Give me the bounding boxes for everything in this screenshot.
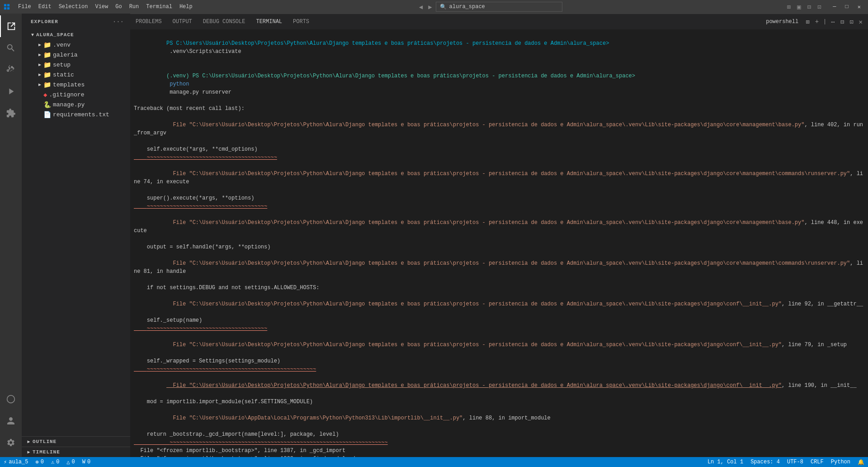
branch-icon: ⚡	[4, 459, 7, 466]
statusbar-left: ⚡ aula_5 ⊗ 0 ⚠ 0 △ 0 W 0	[0, 457, 94, 467]
menu-edit[interactable]: Edit	[36, 3, 54, 11]
nav-forward[interactable]: ▶	[426, 2, 434, 12]
titlebar: File Edit Selection View Go Run Terminal…	[0, 0, 868, 14]
sidebar-title: EXPLORER	[31, 19, 58, 24]
terminal-line-10: File "C:\Users\Usuário\Desktop\Projetos\…	[134, 210, 864, 243]
file-tree: ▼ ALURA_SPACE ▶ 📁 .venv ▶ 📁 galeria ▶	[22, 28, 130, 436]
terminal-line-5: self.execute(*args, **cmd_options)	[134, 145, 864, 153]
tree-requirements-txt[interactable]: 📄 requirements.txt	[22, 110, 130, 119]
folder-icon-venv: 📁	[43, 41, 51, 49]
terminal-line-3: Traceback (most recent call last):	[134, 105, 864, 113]
file-icon-requirements-txt: 📄	[43, 111, 51, 119]
tab-terminal[interactable]: TERMINAL	[250, 14, 288, 30]
terminal-panel: PROBLEMS OUTPUT DEBUG CONSOLE TERMINAL P…	[130, 14, 868, 457]
activity-settings[interactable]	[0, 432, 22, 453]
folder-icon-static: 📁	[43, 71, 51, 79]
search-box[interactable]: 🔍 alura_space	[436, 2, 562, 12]
terminal-more-btn[interactable]: ⋯	[829, 17, 836, 27]
menu-view[interactable]: View	[92, 3, 111, 11]
statusbar-branch[interactable]: ⚡ aula_5	[0, 457, 32, 467]
statusbar-spaces[interactable]: Spaces: 4	[747, 457, 783, 467]
tab-ports[interactable]: PORTS	[288, 14, 315, 30]
statusbar-cursor[interactable]: Ln 1, Col 1	[704, 457, 747, 467]
tree-setup[interactable]: ▶ 📁 setup	[22, 60, 130, 70]
nav-back[interactable]: ◀	[417, 2, 425, 12]
terminal-add-btn[interactable]: +	[813, 17, 821, 26]
terminal-line-15: self._setup(name)	[134, 316, 864, 324]
activitybar-bottom	[0, 388, 22, 457]
tree-root[interactable]: ▼ ALURA_SPACE	[22, 30, 130, 40]
statusbar-warnings[interactable]: ⚠ 0	[47, 457, 63, 467]
tree-static[interactable]: ▶ 📁 static	[22, 70, 130, 80]
activity-remote[interactable]	[0, 388, 22, 410]
terminal-toolbar: powershell ⊞ + | ⋯ ⊟ ⊡ ✕	[759, 17, 868, 27]
statusbar-notifications[interactable]: 🔔	[854, 457, 868, 467]
timeline-header[interactable]: ▶ TIMELINE	[22, 447, 130, 457]
activity-account[interactable]	[0, 410, 22, 432]
terminal-line-4: File "C:\Users\Usuário\Desktop\Projetos\…	[134, 113, 864, 145]
statusbar-eol[interactable]: CRLF	[807, 457, 827, 467]
layout-icon-1[interactable]: ⊞	[784, 2, 793, 12]
tree-arrow-templates: ▶	[36, 82, 43, 87]
svg-point-4	[7, 396, 15, 403]
tree-templates[interactable]: ▶ 📁 templates	[22, 80, 130, 90]
editor-area: PROBLEMS OUTPUT DEBUG CONSOLE TERMINAL P…	[130, 14, 868, 457]
tree-galeria[interactable]: ▶ 📁 galeria	[22, 50, 130, 60]
window-maximize[interactable]: □	[842, 3, 852, 11]
menu-help[interactable]: Help	[177, 3, 195, 11]
titlebar-menu: File Edit Selection View Go Run Terminal…	[15, 3, 195, 11]
terminal-line-17: File "C:\Users\Usuário\Desktop\Projetos\…	[134, 333, 864, 357]
terminal-content[interactable]: PS C:\Users\Usuário\Desktop\Projetos\Pyt…	[130, 29, 868, 457]
folder-icon-templates: 📁	[43, 81, 51, 89]
folder-icon-setup: 📁	[43, 61, 51, 69]
sidebar-more-icon[interactable]: ···	[112, 17, 125, 26]
titlebar-left: File Edit Selection View Go Run Terminal…	[4, 3, 195, 11]
menu-file[interactable]: File	[15, 3, 34, 11]
terminal-line-9: ~~~~~~~~~~~~~~~~~~~~~~~~~~~~~~~~~~~~~	[134, 202, 864, 210]
activity-run-debug[interactable]	[0, 81, 22, 102]
terminal-line-22: File "C:\Users\Usuário\AppData\Local\Pro…	[134, 406, 864, 430]
titlebar-center: ◀ ▶ 🔍 alura_space	[417, 2, 562, 12]
hint-icon: W	[82, 459, 85, 465]
layout-icon-4[interactable]: ⊡	[815, 2, 824, 12]
statusbar-hints[interactable]: W 0	[79, 457, 94, 467]
activity-explorer[interactable]	[0, 15, 22, 37]
menu-terminal[interactable]: Terminal	[143, 3, 175, 11]
activity-source-control[interactable]	[0, 59, 22, 81]
tab-debug-console[interactable]: DEBUG CONSOLE	[198, 14, 251, 30]
terminal-line-14: File "C:\Users\Usuário\Desktop\Projetos\…	[134, 292, 864, 316]
terminal-line-11: output = self.handle(*args, **options)	[134, 243, 864, 251]
main-layout: EXPLORER ··· ▼ ALURA_SPACE ▶ 📁 .venv	[0, 14, 868, 457]
sidebar-outline: ▶ OUTLINE	[22, 436, 130, 447]
statusbar-language[interactable]: Python	[827, 457, 854, 467]
statusbar-encoding[interactable]: UTF-8	[783, 457, 807, 467]
terminal-maximize-btn[interactable]: ⊡	[848, 17, 855, 27]
statusbar-info[interactable]: △ 0	[63, 457, 78, 467]
sidebar: EXPLORER ··· ▼ ALURA_SPACE ▶ 📁 .venv	[22, 14, 130, 457]
terminal-panel-btn[interactable]: ⊟	[839, 17, 846, 27]
tree-manage-py[interactable]: 🐍 manage.py	[22, 100, 130, 110]
window-close[interactable]: ✕	[854, 3, 864, 11]
tab-output[interactable]: OUTPUT	[167, 14, 198, 30]
activity-extensions[interactable]	[0, 102, 22, 124]
statusbar-errors[interactable]: ⊗ 0	[32, 457, 47, 467]
tree-venv[interactable]: ▶ 📁 .venv	[22, 40, 130, 50]
terminal-line-20: File "C:\Users\Usuário\Desktop\Projetos\…	[134, 373, 864, 398]
window-minimize[interactable]: ─	[829, 3, 840, 11]
tab-problems[interactable]: PROBLEMS	[130, 14, 167, 30]
layout-icon-3[interactable]: ⊟	[804, 2, 813, 12]
menu-run[interactable]: Run	[127, 3, 142, 11]
terminal-line-16: ~~~~~~~~~~~~~~~~~~~~~~~~~~~~~~~~~~~~~	[134, 324, 864, 333]
sidebar-header: EXPLORER ···	[22, 14, 130, 28]
tree-gitignore[interactable]: ◆ .gitignore	[22, 90, 130, 100]
tree-arrow-root: ▼	[29, 33, 36, 38]
terminal-close-btn[interactable]: ✕	[857, 17, 864, 27]
layout-icon-2[interactable]: ▣	[794, 2, 803, 12]
activity-search[interactable]	[0, 37, 22, 59]
menu-selection[interactable]: Selection	[56, 3, 91, 11]
terminal-split-btn[interactable]: ⊞	[804, 17, 811, 27]
terminal-line-19: ~~~~~~~~~~~~~~~~~~~~~~~~~~~~~~~~~~~~~~~~…	[134, 365, 864, 373]
svg-rect-1	[7, 4, 9, 6]
menu-go[interactable]: Go	[113, 3, 124, 11]
outline-header[interactable]: ▶ OUTLINE	[22, 437, 130, 447]
